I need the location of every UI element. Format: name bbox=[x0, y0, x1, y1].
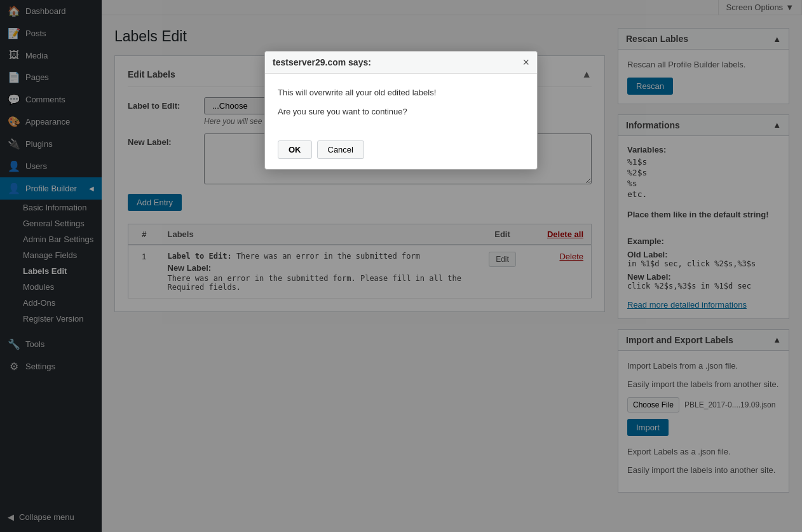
dialog-message2: Are you sure you want to continue? bbox=[278, 106, 524, 118]
dialog-cancel-button[interactable]: Cancel bbox=[317, 140, 364, 159]
dialog-box: testserver29.com says: × This will overw… bbox=[264, 51, 538, 170]
dialog-footer: OK Cancel bbox=[265, 134, 537, 169]
dialog-title: testserver29.com says: bbox=[273, 57, 371, 67]
dialog-close-button[interactable]: × bbox=[522, 57, 529, 68]
dialog-overlay: testserver29.com says: × This will overw… bbox=[0, 0, 802, 532]
dialog-ok-button[interactable]: OK bbox=[278, 140, 312, 159]
dialog-body: This will overwrite all your old edited … bbox=[265, 74, 537, 134]
dialog-header: testserver29.com says: × bbox=[265, 51, 537, 74]
dialog-message1: This will overwrite all your old edited … bbox=[278, 86, 524, 99]
